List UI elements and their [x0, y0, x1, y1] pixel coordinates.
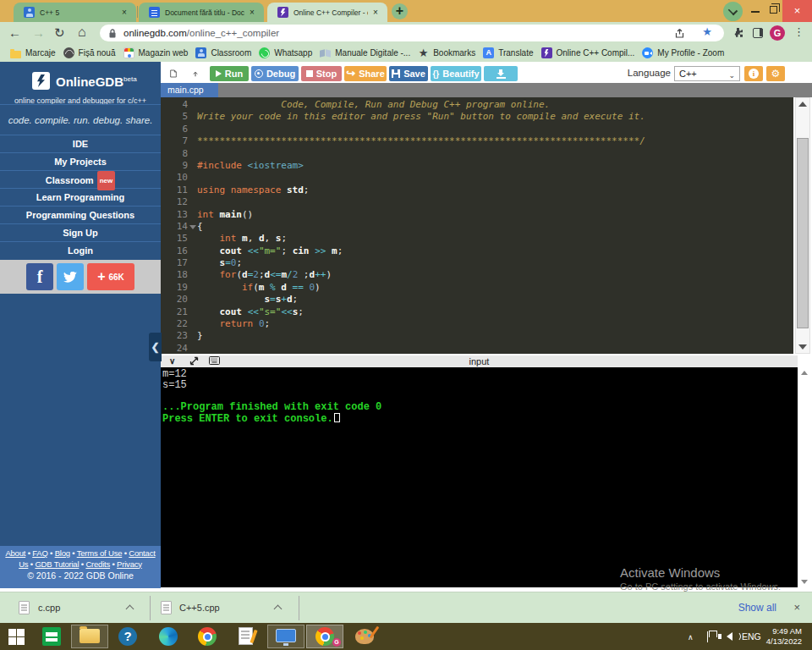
tab-close-icon[interactable]: ×	[246, 8, 258, 17]
editor-line-4[interactable]: 4 Code, Compile, Run and Debug C++ progr…	[161, 99, 793, 111]
new-file-button[interactable]	[164, 66, 183, 81]
taskbar-paint-icon[interactable]	[355, 627, 374, 644]
editor-line-14[interactable]: 14{	[161, 221, 793, 233]
reload-button[interactable]: ↻	[54, 25, 65, 41]
twitter-button[interactable]	[57, 263, 84, 290]
console-scrollbar[interactable]	[798, 367, 812, 587]
settings-button[interactable]: ⚙	[766, 66, 785, 81]
debug-button[interactable]: Debug	[251, 66, 299, 81]
footer-link-privacy[interactable]: Privacy	[117, 559, 142, 569]
footer-link-gdb-tutorial[interactable]: GDB Tutorial	[35, 559, 79, 569]
minimize-button[interactable]	[751, 11, 760, 13]
taskbar-explorer-button[interactable]	[71, 625, 108, 648]
fold-arrow-icon[interactable]	[189, 225, 196, 229]
editor-line-17[interactable]: 17 s=0;	[161, 257, 793, 269]
footer-link-terms-of-use[interactable]: Terms of Use	[77, 548, 123, 558]
bookmark-4[interactable]: Classroom	[195, 47, 251, 58]
code-editor[interactable]: 4 Code, Compile, Run and Debug C++ progr…	[161, 97, 793, 354]
info-button[interactable]: i	[744, 66, 763, 81]
editor-line-19[interactable]: 19 if(m % d == 0)	[161, 282, 793, 294]
scrollbar-thumb[interactable]	[797, 138, 809, 328]
editor-line-12[interactable]: 12	[161, 196, 793, 208]
bookmark-8[interactable]: ATranslate	[483, 47, 533, 58]
editor-line-8[interactable]: 8	[161, 148, 793, 160]
footer-link-faq[interactable]: FAQ	[32, 548, 47, 558]
sidebar-item-login[interactable]: Login	[0, 241, 161, 259]
editor-line-10[interactable]: 10	[161, 172, 793, 184]
new-tab-button[interactable]: +	[392, 3, 408, 19]
footer-link-about[interactable]: About	[5, 548, 25, 558]
editor-line-9[interactable]: 9#include <iostream>	[161, 160, 793, 172]
show-all-downloads-link[interactable]: Show all	[738, 602, 776, 614]
profile-avatar[interactable]: G	[770, 25, 785, 41]
editor-line-15[interactable]: 15 int m, d, s;	[161, 233, 793, 245]
editor-line-21[interactable]: 21 cout <<"s="<<s;	[161, 306, 793, 318]
downloads-close-icon[interactable]: ×	[793, 601, 800, 614]
bookmark-star-icon[interactable]: ★	[702, 25, 712, 38]
editor-line-20[interactable]: 20 s=s+d;	[161, 294, 793, 306]
sidebar-collapse-button[interactable]: ❮	[149, 333, 162, 361]
bookmark-2[interactable]: Fișă nouă	[63, 47, 116, 58]
bookmark-1[interactable]: Marcaje	[10, 48, 56, 58]
address-bar[interactable]: onlinegdb.com/online_c++_compiler ★	[100, 25, 724, 41]
console-output[interactable]: m=12s=15 ...Program finished with exit c…	[161, 367, 798, 587]
editor-line-5[interactable]: 5Write your code in this editor and pres…	[161, 111, 793, 123]
stop-button[interactable]: Stop	[301, 66, 342, 81]
browser-tab-1[interactable]: C++ 5×	[14, 3, 136, 22]
editor-line-23[interactable]: 23}	[161, 330, 793, 342]
download-menu-chevron[interactable]	[274, 605, 283, 614]
browser-tab-2[interactable]: Document fără titlu - Documente×	[139, 3, 264, 22]
profile-chevron-button[interactable]	[723, 2, 743, 21]
start-button[interactable]	[8, 629, 25, 645]
sidebar-item-programming-questions[interactable]: Programming Questions	[0, 206, 161, 223]
editor-scrollbar[interactable]	[793, 97, 812, 354]
download-button[interactable]	[484, 66, 518, 81]
follow-count-button[interactable]: +66K	[87, 263, 134, 290]
extensions-icon[interactable]	[732, 27, 743, 38]
sidebar-item-ide[interactable]: IDE	[0, 135, 161, 152]
restore-button[interactable]	[770, 6, 777, 14]
bookmark-9[interactable]: Online C++ Compil...	[541, 47, 635, 58]
editor-line-16[interactable]: 16 cout <<"m="; cin >> m;	[161, 245, 793, 257]
footer-link-credits[interactable]: Credits	[85, 559, 110, 569]
language-select[interactable]: C++⌄	[674, 66, 740, 81]
browser-tab-3[interactable]: Online C++ Compiler - online ed×	[267, 3, 387, 22]
footer-links[interactable]: About • FAQ • Blog • Terms of Use • Cont…	[3, 548, 157, 570]
beautify-button[interactable]: {}Beautify	[431, 66, 481, 81]
tab-close-icon[interactable]: ×	[118, 8, 130, 17]
download-menu-chevron[interactable]	[126, 605, 134, 614]
tray-expand-icon[interactable]: ∧	[688, 633, 694, 642]
tray-flag-icon[interactable]	[709, 631, 717, 637]
editor-line-18[interactable]: 18 for(d=2;d<=m/2 ;d++)	[161, 269, 793, 281]
bookmark-10[interactable]: My Profile - Zoom	[642, 47, 724, 58]
scroll-down-arrow[interactable]	[798, 344, 807, 350]
tray-clock[interactable]: 9:49 AM4/13/2022	[758, 626, 802, 647]
bookmark-7[interactable]: ★Bookmarks	[418, 47, 475, 58]
editor-line-24[interactable]: 24	[161, 343, 793, 354]
taskbar-notepad-icon[interactable]	[239, 627, 253, 645]
facebook-button[interactable]: f	[26, 263, 53, 290]
bookmark-5[interactable]: Whatsapp	[259, 47, 312, 58]
save-button[interactable]: Save	[389, 66, 428, 81]
forward-button[interactable]: →	[32, 25, 45, 40]
editor-line-13[interactable]: 13int main()	[161, 209, 793, 221]
taskbar-display-button[interactable]	[267, 625, 304, 648]
footer-link-blog[interactable]: Blog	[55, 548, 70, 558]
taskbar-store-icon[interactable]	[42, 627, 61, 646]
scroll-up-arrow[interactable]	[798, 102, 807, 107]
taskbar-help-icon[interactable]: ?	[118, 627, 137, 646]
sidebar-item-learn-programming[interactable]: Learn Programming	[0, 188, 161, 206]
taskbar-chrome-icon[interactable]	[198, 627, 217, 646]
sidebar-item-sign-up[interactable]: Sign Up	[0, 223, 161, 241]
upload-button[interactable]	[186, 66, 205, 81]
editor-line-22[interactable]: 22 return 0;	[161, 318, 793, 330]
window-close-button[interactable]: ×	[782, 0, 812, 22]
run-button[interactable]: Run	[210, 66, 249, 81]
bookmark-6[interactable]: Manuale Digitale -...	[320, 47, 410, 58]
side-panel-icon[interactable]	[753, 28, 763, 38]
file-tab-main-cpp[interactable]: main.cpp	[161, 83, 218, 97]
browser-menu-icon[interactable]: ⋮	[793, 25, 804, 38]
home-button[interactable]: ⌂	[78, 25, 86, 40]
editor-line-7[interactable]: 7***************************************…	[161, 135, 793, 147]
tab-close-icon[interactable]: ×	[370, 8, 381, 17]
